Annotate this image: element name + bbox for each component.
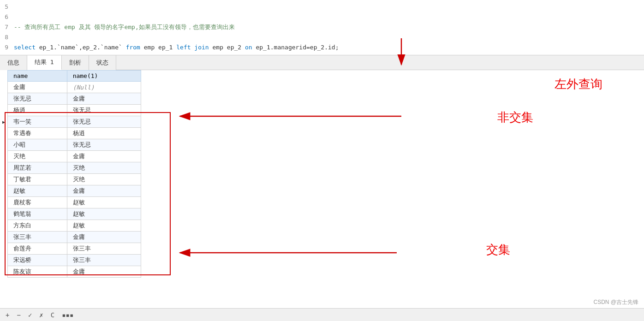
data-table: namename(1)金庸(Null)张无忌金庸杨逍张无忌韦一笑张无忌常遇春杨逍…	[7, 70, 141, 278]
row-indicator-cell	[0, 94, 7, 105]
tab-剖析[interactable]: 剖析	[62, 55, 89, 70]
toolbar-button-3[interactable]: ✗	[37, 310, 45, 320]
table-row: 丁敏君灭绝	[8, 174, 141, 185]
table-container: namename(1)金庸(Null)张无忌金庸杨逍张无忌韦一笑张无忌常遇春杨逍…	[7, 70, 141, 278]
line-number: 7	[0, 22, 14, 32]
line-content: -- 查询所有员工 emp 及其 领导的名字emp,如果员工没有领导，也需要查询…	[14, 22, 644, 32]
column-header: name(1)	[67, 71, 141, 82]
row-indicator-cell	[0, 183, 7, 194]
table-row: 赵敏金庸	[8, 185, 141, 197]
row-indicator-cell	[0, 194, 7, 205]
name1-cell: 金庸	[67, 185, 141, 197]
line-content: select ep_1.`name`,ep_2.`name` from emp …	[14, 42, 644, 53]
table-row: 宋远桥张三丰	[8, 255, 141, 266]
table-row: 小昭张无忌	[8, 139, 141, 151]
name-cell: 韦一笑	[8, 116, 67, 128]
tab-结果-1[interactable]: 结果 1	[27, 55, 62, 70]
line-number: 9	[0, 42, 14, 53]
name-cell: 俞莲舟	[8, 243, 67, 255]
row-indicator-cell	[0, 205, 7, 216]
code-line: 7-- 查询所有员工 emp 及其 领导的名字emp,如果员工没有领导，也需要查…	[0, 22, 644, 32]
column-header: name	[8, 71, 67, 82]
name-cell: 张无忌	[8, 93, 67, 105]
row-indicator-cell	[0, 227, 7, 238]
row-indicator: ▶	[0, 70, 7, 271]
name-cell: 鹤笔翁	[8, 208, 67, 220]
name1-cell: (Null)	[67, 82, 141, 93]
row-indicator-cell	[0, 105, 7, 116]
tabs-bar: 信息结果 1剖析状态	[0, 55, 644, 70]
name1-cell: 金庸	[67, 151, 141, 162]
name1-cell: 灭绝	[67, 174, 141, 185]
line-number: 5	[0, 2, 14, 12]
row-indicator-cell	[0, 172, 7, 183]
name1-cell: 金庸	[67, 266, 141, 278]
table-row: 陈友谅金庸	[8, 266, 141, 278]
row-indicator-cell	[0, 160, 7, 172]
table-row: 韦一笑张无忌	[8, 116, 141, 128]
code-line: 6	[0, 12, 644, 22]
name-cell: 小昭	[8, 139, 67, 151]
code-line: 9select ep_1.`name`,ep_2.`name` from emp…	[0, 42, 644, 53]
row-indicator-cell	[0, 249, 7, 260]
toolbar-button-0[interactable]: +	[4, 310, 11, 320]
row-indicator-cell: ▶	[0, 116, 7, 127]
toolbar-button-5[interactable]: ▪▪▪	[60, 310, 75, 320]
name1-cell: 张无忌	[67, 105, 141, 116]
tab-信息[interactable]: 信息	[0, 55, 27, 70]
code-line: 5	[0, 2, 644, 12]
table-row: 常遇春杨逍	[8, 128, 141, 139]
name1-cell: 灭绝	[67, 162, 141, 174]
table-row: 灭绝金庸	[8, 151, 141, 162]
row-indicator-cell	[0, 238, 7, 249]
row-indicator-cell	[0, 149, 7, 160]
table-row: 张无忌金庸	[8, 93, 141, 105]
name1-cell: 杨逍	[67, 128, 141, 139]
name1-cell: 张三丰	[67, 243, 141, 255]
table-row: 张三丰金庸	[8, 232, 141, 243]
name1-cell: 赵敏	[67, 197, 141, 208]
code-editor: 567-- 查询所有员工 emp 及其 领导的名字emp,如果员工没有领导，也需…	[0, 0, 644, 55]
name-cell: 方东白	[8, 220, 67, 232]
bottom-toolbar: +−✓✗C▪▪▪	[0, 308, 644, 321]
line-number: 6	[0, 12, 14, 22]
row-indicator-cell	[0, 83, 7, 94]
name-cell: 张三丰	[8, 232, 67, 243]
row-indicator-cell	[0, 216, 7, 227]
results-area: ▶ namename(1)金庸(Null)张无忌金庸杨逍张无忌韦一笑张无忌常遇春…	[0, 70, 644, 291]
name-cell: 周芷若	[8, 162, 67, 174]
table-row: 鹿杖客赵敏	[8, 197, 141, 208]
row-indicator-cell	[0, 138, 7, 149]
toolbar-button-1[interactable]: −	[15, 310, 22, 320]
code-line: 8	[0, 32, 644, 42]
table-row: 周芷若灭绝	[8, 162, 141, 174]
name1-cell: 赵敏	[67, 220, 141, 232]
name1-cell: 赵敏	[67, 208, 141, 220]
name1-cell: 张无忌	[67, 116, 141, 128]
name1-cell: 张无忌	[67, 139, 141, 151]
csdn-watermark: CSDN @吉士先锋	[593, 298, 638, 306]
name-cell: 鹿杖客	[8, 197, 67, 208]
name-cell: 宋远桥	[8, 255, 67, 266]
table-row: 金庸(Null)	[8, 82, 141, 93]
toolbar-button-4[interactable]: C	[49, 310, 56, 320]
name-cell: 赵敏	[8, 185, 67, 197]
table-row: 俞莲舟张三丰	[8, 243, 141, 255]
line-number: 8	[0, 32, 14, 42]
table-row: 鹤笔翁赵敏	[8, 208, 141, 220]
name-cell: 灭绝	[8, 151, 67, 162]
table-row: 方东白赵敏	[8, 220, 141, 232]
row-indicator-cell	[0, 260, 7, 271]
name-cell: 陈友谅	[8, 266, 67, 278]
row-indicator-cell	[0, 127, 7, 138]
tab-状态[interactable]: 状态	[89, 55, 116, 70]
name1-cell: 张三丰	[67, 255, 141, 266]
name1-cell: 金庸	[67, 232, 141, 243]
name-cell: 常遇春	[8, 128, 67, 139]
name-cell: 丁敏君	[8, 174, 67, 185]
name-cell: 杨逍	[8, 105, 67, 116]
toolbar-button-2[interactable]: ✓	[26, 310, 34, 320]
name-cell: 金庸	[8, 82, 67, 93]
table-row: 杨逍张无忌	[8, 105, 141, 116]
name1-cell: 金庸	[67, 93, 141, 105]
